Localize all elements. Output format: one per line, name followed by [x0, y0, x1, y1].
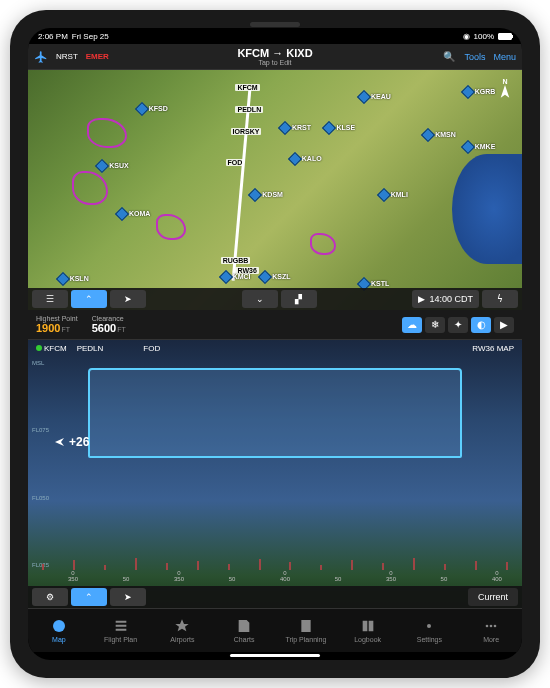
airport[interactable]: KALO — [290, 154, 322, 164]
hp-value: 1900 — [36, 322, 60, 334]
airspace-shape — [310, 233, 336, 255]
metrics-bar: Highest Point 1900FT Clearance 5600FT ☁ … — [28, 310, 522, 340]
ownship-marker: +26 — [54, 435, 89, 449]
ipad-frame: 2:06 PM Fri Sep 25 ◉ 100% NRST EMER KFCM… — [10, 10, 540, 678]
search-icon[interactable]: 🔍 — [442, 50, 456, 64]
tab-charts[interactable]: Charts — [213, 609, 275, 652]
tab-tripplanning[interactable]: Trip Planning — [275, 609, 337, 652]
profile-wp-2: FOD — [143, 344, 160, 353]
ice-layer-toggle[interactable]: ❄ — [425, 317, 445, 333]
profile-view[interactable]: KFCM PEDLN FOD RW36 MAP MSL FL075 FL050 … — [28, 340, 522, 608]
cl-value: 5600 — [92, 322, 116, 334]
airport[interactable]: KSZL — [260, 272, 290, 282]
home-indicator[interactable] — [230, 654, 320, 657]
airport[interactable]: KOMA — [117, 209, 150, 219]
tab-logbook[interactable]: Logbook — [337, 609, 399, 652]
tab-settings[interactable]: Settings — [399, 609, 461, 652]
nrst-button[interactable]: NRST — [56, 52, 78, 61]
airport[interactable]: KMSN — [423, 130, 456, 140]
next-button[interactable]: ▶ — [494, 317, 514, 333]
svg-point-2 — [486, 625, 489, 628]
map-toolbar: ☰ ⌃ ➤ ⌄ ▞ ▶ 14:00 CDT ϟ — [28, 288, 522, 310]
profile-toolbar: ⚙ ⌃ ➤ Current — [28, 586, 522, 608]
route-subtitle: Tap to Edit — [237, 59, 312, 66]
tab-flightplan[interactable]: Flight Plan — [90, 609, 152, 652]
cl-label: Clearance — [92, 315, 126, 322]
airport[interactable]: KRST — [280, 123, 311, 133]
altitude-scale: MSL FL075 FL050 FL025 — [32, 360, 49, 568]
airport[interactable]: KFSD — [137, 104, 168, 114]
waypoint-4[interactable]: RUGBB — [221, 257, 251, 264]
waypoint-2[interactable]: IORSKY — [231, 128, 262, 135]
svg-point-4 — [494, 625, 497, 628]
map-tool-button[interactable]: ▞ — [281, 290, 317, 308]
route-line — [232, 89, 252, 281]
profile-locate-button[interactable]: ➤ — [110, 588, 146, 606]
locate-button[interactable]: ➤ — [110, 290, 146, 308]
profile-wp-3: RW36 MAP — [472, 344, 514, 353]
day-night-toggle[interactable]: ◐ — [471, 317, 491, 333]
tab-more[interactable]: More — [460, 609, 522, 652]
airport[interactable]: KMLI — [379, 190, 408, 200]
airport[interactable]: KMCI — [221, 272, 251, 282]
screen: 2:06 PM Fri Sep 25 ◉ 100% NRST EMER KFCM… — [28, 28, 522, 660]
compass[interactable]: N — [496, 78, 514, 100]
chevron-down-button[interactable]: ⌄ — [242, 290, 278, 308]
tab-map[interactable]: Map — [28, 609, 90, 652]
map-mode-button[interactable]: ⌃ — [71, 290, 107, 308]
menu-button[interactable]: Menu — [493, 52, 516, 62]
turb-layer-toggle[interactable]: ✦ — [448, 317, 468, 333]
emer-button[interactable]: EMER — [86, 52, 109, 61]
airport[interactable]: KMKE — [463, 142, 496, 152]
battery-icon — [498, 33, 512, 40]
lightning-button[interactable]: ϟ — [482, 290, 518, 308]
airport[interactable]: KSLN — [58, 274, 89, 284]
airport[interactable]: KGRB — [463, 87, 496, 97]
svg-point-3 — [490, 625, 493, 628]
highest-point-metric: Highest Point 1900FT — [36, 315, 78, 334]
airport[interactable]: KLSE — [324, 123, 355, 133]
airspace-shape — [72, 171, 108, 205]
cloud-layer — [88, 368, 462, 458]
hp-unit: FT — [61, 326, 70, 333]
airspace-shape — [156, 214, 186, 240]
profile-mode-button[interactable]: ⌃ — [71, 588, 107, 606]
profile-waypoints: KFCM PEDLN FOD RW36 MAP — [36, 344, 514, 353]
tab-airports[interactable]: Airports — [152, 609, 214, 652]
cl-unit: FT — [117, 326, 126, 333]
top-nav: NRST EMER KFCM → KIXD Tap to Edit 🔍 Tool… — [28, 44, 522, 70]
map-view[interactable]: N KFCM PEDLN IORSKY FOD RUGBB RW36 KFSD … — [28, 70, 522, 310]
battery-pct: 100% — [474, 32, 494, 41]
waypoint-origin[interactable]: KFCM — [235, 84, 259, 91]
airspace-shape — [87, 118, 127, 148]
cloud-layer-toggle[interactable]: ☁ — [402, 317, 422, 333]
status-date: Fri Sep 25 — [72, 32, 109, 41]
distance-scale: 0350 50 0350 50 0400 50 0350 50 0400 — [68, 562, 502, 582]
connect-icon[interactable] — [34, 50, 48, 64]
waypoint-3[interactable]: FOD — [226, 159, 245, 166]
current-button[interactable]: Current — [468, 588, 518, 606]
status-time: 2:06 PM — [38, 32, 68, 41]
route-header[interactable]: KFCM → KIXD Tap to Edit — [237, 47, 312, 66]
profile-settings-button[interactable]: ⚙ — [32, 588, 68, 606]
route-title: KFCM → KIXD — [237, 47, 312, 59]
waypoint-1[interactable]: PEDLN — [235, 106, 263, 113]
ownship-alt: +26 — [69, 435, 89, 449]
svg-point-0 — [53, 620, 65, 632]
hp-label: Highest Point — [36, 315, 78, 322]
layers-button[interactable]: ☰ — [32, 290, 68, 308]
airport[interactable]: KEAU — [359, 92, 391, 102]
profile-wp-1: PEDLN — [77, 344, 104, 353]
clearance-metric: Clearance 5600FT — [92, 315, 126, 334]
airport[interactable]: KDSM — [250, 190, 283, 200]
time-label: 14:00 CDT — [429, 294, 473, 304]
compass-n: N — [502, 78, 507, 85]
svg-point-1 — [427, 624, 431, 628]
airport[interactable]: KSUX — [97, 161, 128, 171]
play-icon: ▶ — [418, 294, 425, 304]
tools-button[interactable]: Tools — [464, 52, 485, 62]
tab-bar: Map Flight Plan Airports Charts Trip Pla… — [28, 608, 522, 652]
profile-wp-0: KFCM — [36, 344, 67, 353]
time-scrubber[interactable]: ▶ 14:00 CDT — [412, 290, 479, 308]
status-bar: 2:06 PM Fri Sep 25 ◉ 100% — [28, 28, 522, 44]
